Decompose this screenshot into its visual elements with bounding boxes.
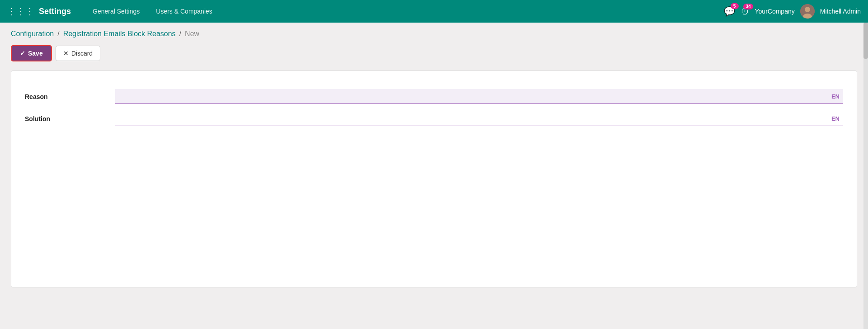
reason-label: Reason (25, 93, 115, 100)
solution-row: Solution EN (25, 111, 843, 126)
breadcrumb-configuration[interactable]: Configuration (11, 30, 54, 38)
breadcrumb: Configuration / Registration Emails Bloc… (11, 30, 857, 38)
breadcrumb-sep-2: / (179, 30, 181, 38)
reason-field-wrapper: EN (115, 89, 843, 104)
app-title: Settings (39, 7, 71, 16)
top-navbar: ⋮⋮⋮ Settings General Settings Users & Co… (0, 0, 868, 23)
svg-point-1 (805, 7, 810, 12)
reason-lang-badge: EN (831, 93, 840, 100)
discard-x-icon: ✕ (63, 50, 69, 57)
grid-icon[interactable]: ⋮⋮⋮ (7, 6, 34, 17)
main-content: Configuration / Registration Emails Bloc… (0, 23, 868, 329)
avatar[interactable] (800, 4, 815, 19)
breadcrumb-block-reasons[interactable]: Registration Emails Block Reasons (63, 30, 176, 38)
save-label: Save (28, 50, 43, 57)
activity-badge: 34 (743, 4, 753, 9)
solution-input[interactable] (115, 111, 843, 126)
discard-button[interactable]: ✕ Discard (56, 46, 100, 61)
company-name[interactable]: YourCompany (755, 8, 795, 15)
breadcrumb-sep-1: / (57, 30, 59, 38)
solution-label: Solution (25, 115, 115, 122)
navbar-right: 💬 5 ⏱ 34 YourCompany Mitchell Admin (724, 4, 861, 19)
solution-field-wrapper: EN (115, 111, 843, 126)
activity-icon-button[interactable]: ⏱ 34 (741, 6, 750, 17)
reason-row: Reason EN (25, 89, 843, 104)
scrollbar-thumb[interactable] (863, 23, 868, 59)
messages-badge: 5 (731, 3, 739, 9)
save-check-icon: ✓ (20, 50, 25, 57)
nav-item-users-companies[interactable]: Users & Companies (148, 0, 221, 23)
scrollbar[interactable] (863, 23, 868, 329)
solution-lang-badge: EN (831, 115, 840, 122)
breadcrumb-current: New (185, 30, 199, 38)
nav-item-general-settings[interactable]: General Settings (84, 0, 148, 23)
save-button[interactable]: ✓ Save (11, 45, 52, 61)
discard-label: Discard (71, 50, 93, 57)
reason-input[interactable] (115, 89, 843, 103)
form-card: Reason EN Solution EN (11, 70, 857, 287)
navbar-menu: General Settings Users & Companies (84, 0, 724, 23)
action-bar: ✓ Save ✕ Discard (11, 45, 857, 61)
messages-icon-button[interactable]: 💬 5 (724, 6, 735, 17)
user-name[interactable]: Mitchell Admin (820, 8, 861, 15)
